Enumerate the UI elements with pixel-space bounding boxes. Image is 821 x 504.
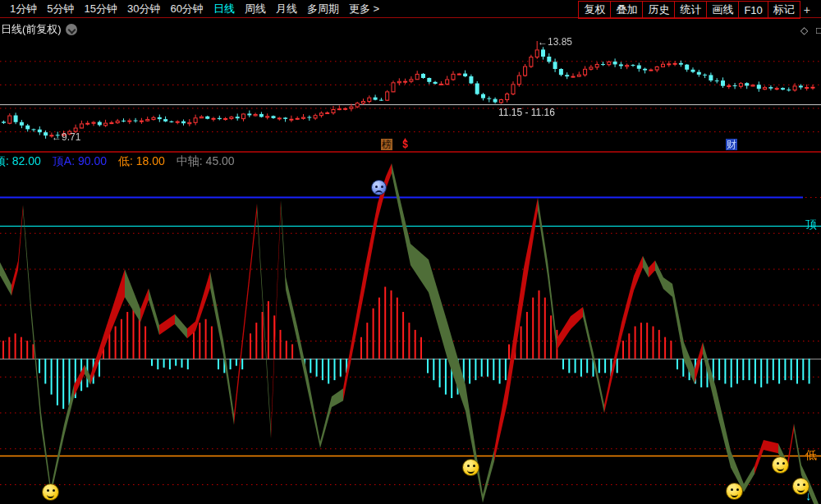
toolbar-button-复权[interactable]: 复权 [578, 1, 611, 19]
low-price-label: ←9.71 [52, 131, 80, 143]
dollar-sign: $ [402, 139, 408, 150]
chart-title: 日线(前复权) [1, 22, 62, 37]
period-tab-30分钟[interactable]: 30分钟 [127, 2, 160, 16]
dollar-up-icon[interactable]: ▲$ [402, 137, 408, 148]
period-tab-周线[interactable]: 周线 [245, 2, 266, 16]
trading-app-window: 1分钟5分钟15分钟30分钟60分钟日线周线月线多周期更多 > 复权叠加历史统计… [0, 0, 821, 504]
period-tabs: 1分钟5分钟15分钟30分钟60分钟日线周线月线多周期更多 > [0, 2, 379, 16]
bang-badge[interactable]: 榜 [381, 139, 392, 150]
smiley-face-marker [772, 456, 789, 474]
right-label-top: 顶 [805, 218, 817, 232]
period-tab-1分钟[interactable]: 1分钟 [10, 2, 37, 16]
period-tab-15分钟[interactable]: 15分钟 [84, 2, 117, 16]
cost-price-label: 11.15 - 11.16 [498, 107, 555, 118]
period-tab-更多 >[interactable]: 更多 > [349, 2, 379, 16]
period-tab-60分钟[interactable]: 60分钟 [170, 2, 203, 16]
diamond-icon[interactable]: ◇ [800, 25, 808, 36]
panel-separator [0, 151, 821, 153]
toolbar-button-统计[interactable]: 统计 [674, 1, 707, 19]
toolbar-button-画线[interactable]: 画线 [706, 1, 739, 19]
smiley-face-marker [42, 483, 59, 501]
indicator-param-顶: 顶: 82.00 [0, 154, 41, 167]
indicator-param-顶A: 顶A: 90.00 [53, 154, 107, 167]
plus-button[interactable]: + [804, 3, 810, 16]
period-tab-5分钟[interactable]: 5分钟 [47, 2, 74, 16]
period-toolbar: 1分钟5分钟15分钟30分钟60分钟日线周线月线多周期更多 > 复权叠加历史统计… [0, 0, 821, 18]
high-price-label: ←13.85 [538, 36, 572, 48]
cai-badge[interactable]: 财 [726, 139, 737, 150]
indicator-param-低: 低: 18.00 [118, 154, 165, 167]
chevron-down-icon[interactable] [66, 24, 77, 35]
chart-canvas[interactable] [0, 0, 821, 504]
indicator-param-中轴: 中轴: 45.00 [177, 154, 235, 167]
box-icon[interactable]: □ [816, 25, 821, 36]
toolbar-buttons: 复权叠加历史统计画线F10标记+ [579, 1, 810, 19]
chart-title-row: 日线(前复权) [1, 22, 77, 37]
smiley-face-marker [792, 478, 810, 495]
smiley-face-marker [726, 483, 743, 500]
toolbar-button-历史[interactable]: 历史 [642, 1, 675, 19]
right-label-low: 低 [805, 448, 817, 463]
indicator-header: 顶: 82.00顶A: 90.00低: 18.00中轴: 45.00 [0, 154, 246, 169]
period-tab-月线[interactable]: 月线 [276, 2, 297, 16]
period-tab-多周期[interactable]: 多周期 [307, 2, 339, 16]
sad-face-marker [371, 180, 387, 195]
toolbar-button-标记[interactable]: 标记 [768, 1, 800, 19]
toolbar-button-F10[interactable]: F10 [738, 1, 768, 19]
toolbar-button-叠加[interactable]: 叠加 [610, 1, 643, 19]
period-tab-日线[interactable]: 日线 [213, 2, 235, 16]
smiley-face-marker [462, 459, 479, 476]
